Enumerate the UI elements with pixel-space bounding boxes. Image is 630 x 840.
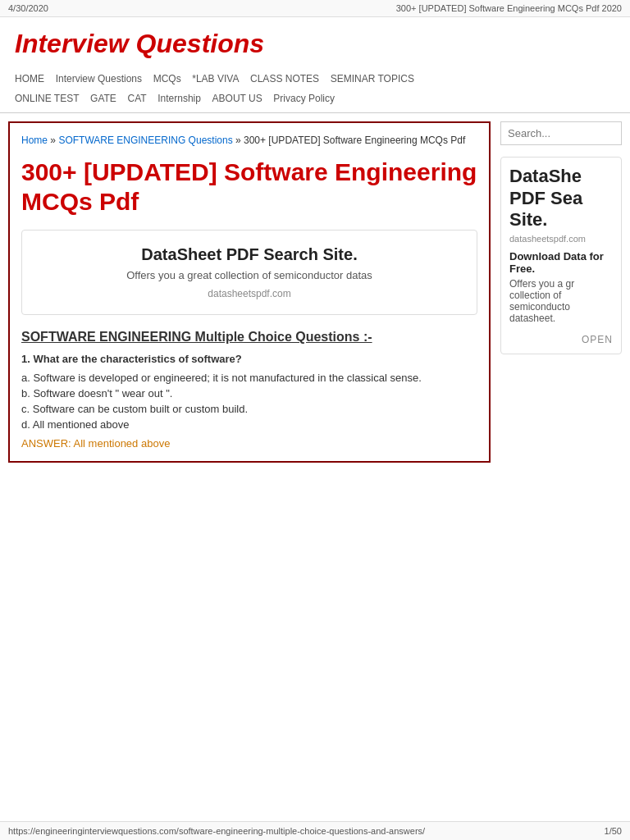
option-c: c. Software can be custom built or custo… bbox=[21, 403, 477, 415]
nav-class-notes[interactable]: CLASS NOTES bbox=[250, 73, 319, 84]
nav-lab-viva[interactable]: *LAB VIVA bbox=[192, 73, 239, 84]
nav-internship[interactable]: Internship bbox=[158, 93, 201, 104]
content-area: Home » SOFTWARE ENGINEERING Questions » … bbox=[8, 121, 491, 463]
sidebar-ad-open-button[interactable]: OPEN bbox=[509, 334, 613, 345]
sidebar-ad-title: DataShe PDF Sea Site. bbox=[509, 166, 613, 231]
nav-cat[interactable]: CAT bbox=[128, 93, 147, 104]
sidebar-ad-desc: Offers you a gr collection of semiconduc… bbox=[509, 278, 613, 324]
breadcrumb: Home » SOFTWARE ENGINEERING Questions » … bbox=[21, 135, 477, 146]
nav-interview-questions[interactable]: Interview Questions bbox=[56, 73, 142, 84]
option-b: b. Software doesn't " wear out ". bbox=[21, 387, 477, 399]
nav-privacy-policy[interactable]: Privacy Policy bbox=[273, 93, 335, 104]
sidebar-ad-url: datasheetspdf.com bbox=[509, 234, 613, 244]
breadcrumb-home[interactable]: Home bbox=[21, 135, 48, 146]
search-input[interactable] bbox=[500, 121, 622, 145]
nav-mcqs[interactable]: MCQs bbox=[153, 73, 181, 84]
ad-card-title: DataSheet PDF Search Site. bbox=[34, 245, 465, 264]
nav-gate[interactable]: GATE bbox=[90, 93, 116, 104]
main-layout: Home » SOFTWARE ENGINEERING Questions » … bbox=[0, 113, 630, 471]
mcq-title: SOFTWARE ENGINEERING Multiple Choice Que… bbox=[21, 330, 477, 345]
site-title-link[interactable]: Interview Questions bbox=[15, 29, 264, 58]
ad-card-description: Offers you a great collection of semicon… bbox=[34, 269, 465, 281]
nav-home[interactable]: HOME bbox=[15, 73, 44, 84]
option-a: a. Software is developed or engineered; … bbox=[21, 372, 477, 384]
breadcrumb-section[interactable]: SOFTWARE ENGINEERING Questions bbox=[58, 135, 232, 146]
navigation: HOME Interview Questions MCQs *LAB VIVA … bbox=[0, 66, 630, 113]
nav-seminar-topics[interactable]: SEMINAR TOPICS bbox=[331, 73, 414, 84]
sidebar-ad-download: Download Data for Free. bbox=[509, 250, 613, 275]
question-1: 1. What are the characteristics of softw… bbox=[21, 353, 477, 365]
top-bar-date: 4/30/2020 bbox=[8, 3, 48, 13]
top-bar: 4/30/2020 300+ [UPDATED] Software Engine… bbox=[0, 0, 630, 17]
ad-card-url: datasheetspdf.com bbox=[34, 288, 465, 299]
option-d: d. All mentioned above bbox=[21, 418, 477, 431]
breadcrumb-sep1: » bbox=[50, 135, 56, 146]
ad-card: DataSheet PDF Search Site. Offers you a … bbox=[21, 230, 477, 315]
sidebar: DataShe PDF Sea Site. datasheetspdf.com … bbox=[500, 121, 622, 463]
page-heading: 300+ [UPDATED] Software Engineering MCQs… bbox=[21, 158, 477, 217]
nav-online-test[interactable]: ONLINE TEST bbox=[15, 93, 79, 104]
answer: ANSWER: All mentioned above bbox=[21, 437, 477, 450]
nav-about-us[interactable]: ABOUT US bbox=[212, 93, 262, 104]
site-title-container: Interview Questions bbox=[0, 17, 630, 66]
sidebar-ad: DataShe PDF Sea Site. datasheetspdf.com … bbox=[500, 157, 622, 354]
mcq-section: SOFTWARE ENGINEERING Multiple Choice Que… bbox=[21, 330, 477, 450]
top-bar-title: 300+ [UPDATED] Software Engineering MCQs… bbox=[396, 3, 622, 13]
breadcrumb-current: » 300+ [UPDATED] Software Engineering MC… bbox=[235, 135, 465, 146]
